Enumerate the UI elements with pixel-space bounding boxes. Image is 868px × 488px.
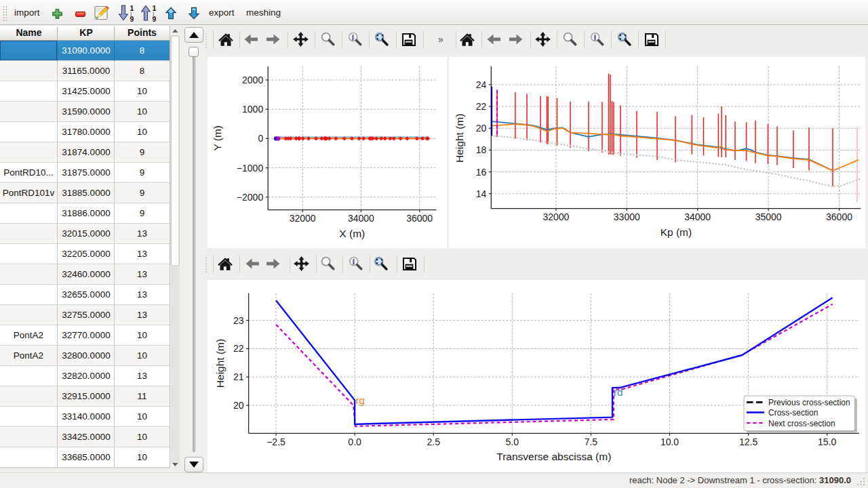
svg-text:−2000: −2000 [237,192,264,203]
svg-text:36000: 36000 [406,213,433,224]
svg-text:20: 20 [233,400,244,411]
svg-text:2.5: 2.5 [427,436,440,447]
svg-text:10.0: 10.0 [660,436,679,447]
svg-text:32000: 32000 [290,213,316,224]
svg-text:2000: 2000 [242,75,263,85]
svg-text:Height (m): Height (m) [454,114,465,163]
svg-text:14: 14 [476,188,487,199]
svg-text:18: 18 [476,144,487,155]
svg-text:12.5: 12.5 [739,436,757,447]
svg-text:24: 24 [476,79,487,90]
svg-text:9: 9 [153,15,157,22]
svg-text:34000: 34000 [684,211,711,222]
svg-text:1: 1 [153,4,157,12]
svg-text:Y (m): Y (m) [212,125,224,151]
svg-text:5.0: 5.0 [506,436,519,447]
svg-text:Next cross-section: Next cross-section [768,419,835,428]
svg-text:22: 22 [476,101,487,112]
svg-text:9: 9 [130,15,134,22]
svg-text:21: 21 [233,371,244,382]
svg-text:16: 16 [476,167,487,178]
svg-text:»: » [438,34,443,45]
svg-text:Height (m): Height (m) [214,339,226,388]
svg-text:7.5: 7.5 [585,436,598,447]
svg-text:15.0: 15.0 [818,436,836,447]
svg-text:23: 23 [233,315,244,326]
svg-text:X (m): X (m) [339,228,365,239]
svg-text:32000: 32000 [542,211,569,222]
svg-text:33000: 33000 [614,211,640,222]
svg-text:20: 20 [476,123,487,134]
svg-text:rd: rd [614,386,623,398]
svg-text:36000: 36000 [826,211,852,222]
svg-text:−1000: −1000 [237,163,264,174]
svg-text:1000: 1000 [242,104,263,115]
svg-text:34000: 34000 [348,213,374,224]
svg-text:0.0: 0.0 [348,436,361,447]
svg-text:0: 0 [258,133,263,144]
svg-text:Cross-section: Cross-section [768,408,818,418]
svg-text:Transverse abscissa (m): Transverse abscissa (m) [496,451,611,462]
svg-text:Previous cross-section: Previous cross-section [768,398,850,407]
svg-text:rg: rg [356,394,365,406]
svg-text:−2.5: −2.5 [267,436,285,447]
svg-text:Kp (m): Kp (m) [660,226,692,238]
svg-text:1: 1 [130,4,134,12]
svg-text:35000: 35000 [755,211,782,222]
svg-text:22: 22 [233,343,244,354]
